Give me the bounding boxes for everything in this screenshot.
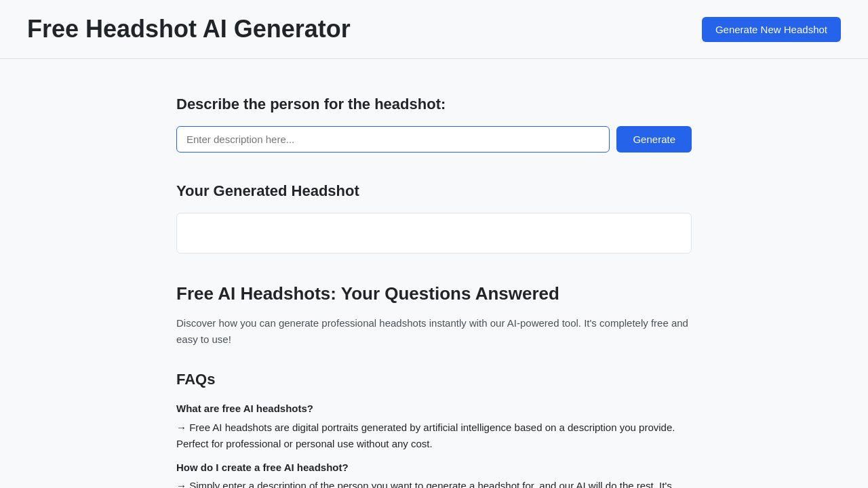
faqs-section: FAQs What are free AI headshots? → Free … <box>176 368 692 488</box>
generated-headshot-title: Your Generated Headshot <box>176 180 692 202</box>
page-title: Free Headshot AI Generator <box>27 11 351 47</box>
generate-button[interactable]: Generate <box>616 126 692 152</box>
faq-question-2: How do I create a free AI headshot? <box>176 460 692 476</box>
faq-answer-2: → Simply enter a description of the pers… <box>176 478 692 488</box>
faq-item-1: What are free AI headshots? → Free AI he… <box>176 401 692 452</box>
describe-section: Describe the person for the headshot: Ge… <box>176 93 692 152</box>
faq-answer-1: → Free AI headshots are digital portrait… <box>176 420 692 452</box>
page-header: Free Headshot AI Generator Generate New … <box>0 0 868 59</box>
generated-headshot-section: Your Generated Headshot <box>176 180 692 253</box>
generate-new-button[interactable]: Generate New Headshot <box>702 17 841 42</box>
faq-question-1: What are free AI headshots? <box>176 401 692 417</box>
input-row: Generate <box>176 126 692 152</box>
describe-label: Describe the person for the headshot: <box>176 93 692 115</box>
faq-intro-text: Discover how you can generate profession… <box>176 315 692 348</box>
description-input[interactable] <box>176 126 610 152</box>
main-content: Describe the person for the headshot: Ge… <box>163 59 705 488</box>
faq-intro-title: Free AI Headshots: Your Questions Answer… <box>176 281 692 307</box>
faq-intro-section: Free AI Headshots: Your Questions Answer… <box>176 281 692 348</box>
faq-item-2: How do I create a free AI headshot? → Si… <box>176 460 692 489</box>
headshot-placeholder <box>176 213 692 253</box>
faqs-title: FAQs <box>176 368 692 390</box>
